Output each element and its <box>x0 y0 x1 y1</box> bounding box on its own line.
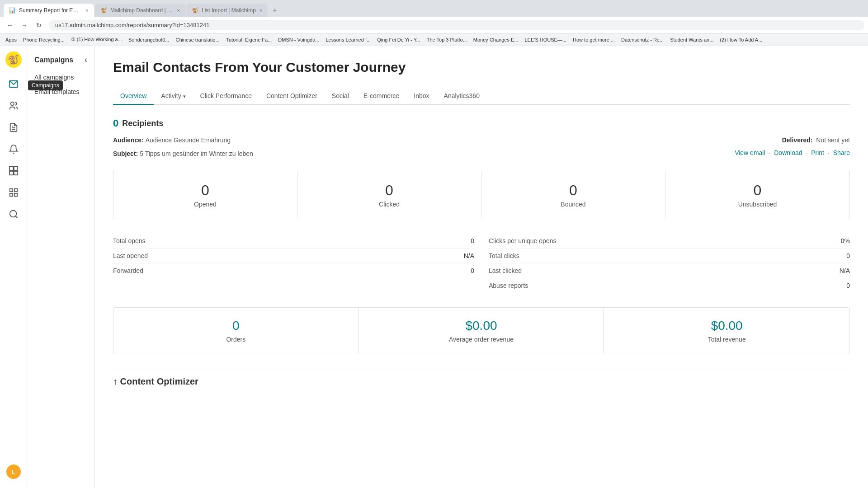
bookmark-8[interactable]: Qing Fei De Yi - Y... <box>375 36 422 43</box>
back-button[interactable]: ← <box>4 19 16 32</box>
tab-activity[interactable]: Activity ▾ <box>154 88 193 105</box>
collapse-icon[interactable]: ‹ <box>85 55 87 65</box>
stat-unsubscribed-label: Unsubscribed <box>673 201 842 208</box>
new-tab-button[interactable]: + <box>269 4 281 17</box>
meta-links: View email · Download · Print · Share <box>735 149 850 156</box>
tab-label-2: Mailchimp Dashboard | Mailch... <box>110 7 174 14</box>
orders-label: Orders <box>121 336 351 343</box>
sidebar-icon-integrations[interactable] <box>5 162 23 180</box>
orders-number: 0 <box>121 319 351 333</box>
clicks-per-unique-row: Clicks per unique opens 0% <box>489 234 850 249</box>
share-link[interactable]: Share <box>833 149 850 156</box>
svg-line-13 <box>15 216 17 218</box>
mailchimp-logo[interactable]: 🐒 <box>5 52 22 68</box>
forward-button[interactable]: → <box>18 19 31 32</box>
sidebar-icon-reports[interactable] <box>5 118 23 136</box>
tab-analytics360[interactable]: Analytics360 <box>437 88 487 105</box>
bookmark-4[interactable]: Chinese translatio... <box>174 36 221 43</box>
tabs-navigation: Overview Activity ▾ Click Performance Co… <box>113 88 850 105</box>
tab-overview[interactable]: Overview <box>113 88 154 105</box>
bookmark-10[interactable]: Money Changes E... <box>472 36 520 43</box>
svg-rect-4 <box>9 167 13 170</box>
avg-revenue-number: $0.00 <box>366 319 597 333</box>
stat-clicked: 0 Clicked <box>297 171 481 219</box>
total-revenue-label: Total revenue <box>611 336 842 343</box>
svg-rect-10 <box>14 193 17 196</box>
url-bar[interactable]: us17.admin.mailchimp.com/reports/summary… <box>49 20 864 30</box>
bookmark-6[interactable]: DMSN - Voingda... <box>276 36 321 43</box>
sidebar-icon-search[interactable] <box>5 205 23 223</box>
stat-opened-label: Opened <box>121 201 290 208</box>
browser-chrome: 📊 Summary Report for Email co... × 🐒 Mai… <box>0 0 868 46</box>
tab-inbox[interactable]: Inbox <box>406 88 436 105</box>
reload-button[interactable]: ↻ <box>33 19 45 32</box>
avg-revenue-label: Average order revenue <box>366 336 597 343</box>
svg-rect-5 <box>14 167 17 170</box>
bookmark-12[interactable]: How to get more ... <box>571 36 617 43</box>
bookmark-5[interactable]: Tutorial: Eigene Fa... <box>224 36 274 43</box>
revenue-total: $0.00 Total revenue <box>604 308 849 354</box>
download-link[interactable]: Download <box>774 149 802 156</box>
details-section: Total opens 0 Last opened N/A Forwarded … <box>113 234 850 293</box>
tab-close-1[interactable]: × <box>86 8 89 13</box>
meta-left: Audience: Audience Gesunde Ernährung Sub… <box>113 136 253 160</box>
sidebar-icon-content[interactable] <box>5 183 23 202</box>
tab-close-2[interactable]: × <box>177 8 180 13</box>
total-opens-value: 0 <box>471 237 474 244</box>
audience-label: Audience: <box>113 136 144 144</box>
bookmark-11[interactable]: LEE'S HOUSE—... <box>523 36 568 43</box>
tab-e-commerce[interactable]: E-commerce <box>356 88 406 105</box>
bookmark-9[interactable]: The Top 3 Platfo... <box>425 36 469 43</box>
sidebar-icon-campaigns[interactable] <box>5 75 23 93</box>
view-email-link[interactable]: View email <box>735 149 765 156</box>
print-link[interactable]: Print <box>811 149 824 156</box>
meta-block: Audience: Audience Gesunde Ernährung Sub… <box>113 136 850 160</box>
bookmark-7[interactable]: Lessons Learned f... <box>324 36 373 43</box>
last-clicked-value: N/A <box>840 267 850 274</box>
svg-point-1 <box>10 102 14 105</box>
main-wrapper: 🐒 L Campaigns ‹ <box>0 46 868 488</box>
bookmark-3[interactable]: Sonderangebot0... <box>127 36 171 43</box>
last-clicked-row: Last clicked N/A <box>489 263 850 278</box>
tab-content-optimizer[interactable]: Content Optimizer <box>259 88 325 105</box>
tab-favicon-3: 🐒 <box>192 7 198 14</box>
tab-label-3: List Import | Mailchimp <box>202 7 256 14</box>
tab-favicon-2: 🐒 <box>100 7 107 14</box>
bookmark-13[interactable]: Datenschutz - Re... <box>619 36 665 43</box>
tab-bar: 📊 Summary Report for Email co... × 🐒 Mai… <box>0 0 868 17</box>
svg-rect-8 <box>9 189 12 192</box>
page-title: Email Contacts From Your Customer Journe… <box>113 60 850 75</box>
forwarded-row: Forwarded 0 <box>113 263 474 278</box>
abuse-reports-value: 0 <box>846 282 850 289</box>
bookmark-apps[interactable]: Apps <box>4 36 19 43</box>
tab-close-3[interactable]: × <box>259 8 262 13</box>
tab-label-1: Summary Report for Email co... <box>19 7 82 14</box>
bookmark-14[interactable]: Student Wants an... <box>668 36 715 43</box>
stat-bounced: 0 Bounced <box>481 171 665 219</box>
meta-right-block: Delivered: Not sent yet View email · Dow… <box>735 136 850 160</box>
delivered-label: Delivered: <box>782 136 813 144</box>
stat-bounced-number: 0 <box>489 182 658 199</box>
svg-rect-11 <box>9 193 12 196</box>
revenue-grid: 0 Orders $0.00 Average order revenue $0.… <box>113 307 850 354</box>
bookmark-15[interactable]: (2) How To Add A... <box>718 36 764 43</box>
sidebar-icon-automations[interactable] <box>5 140 23 158</box>
sidebar-icon-audience[interactable] <box>5 97 23 115</box>
tab-2[interactable]: 🐒 Mailchimp Dashboard | Mailch... × <box>95 4 185 17</box>
bookmark-1[interactable]: Phone Recycling... <box>21 36 66 43</box>
stat-clicked-number: 0 <box>305 182 474 199</box>
stat-bounced-label: Bounced <box>489 201 658 208</box>
tab-3[interactable]: 🐒 List Import | Mailchimp × <box>186 4 268 17</box>
bookmark-2[interactable]: ① (1) How Working a... <box>69 36 124 43</box>
tab-social[interactable]: Social <box>325 88 356 105</box>
content-optimizer-section: ↑ Content Optimizer <box>113 369 850 387</box>
tab-active[interactable]: 📊 Summary Report for Email co... × <box>4 4 94 17</box>
clicks-per-unique-value: 0% <box>841 237 850 244</box>
delivered-row: Delivered: Not sent yet <box>735 136 850 144</box>
user-avatar[interactable]: L <box>6 465 21 479</box>
svg-rect-6 <box>14 171 17 175</box>
revenue-avg: $0.00 Average order revenue <box>359 308 604 354</box>
tab-click-performance[interactable]: Click Performance <box>193 88 259 105</box>
total-opens-key: Total opens <box>113 237 146 244</box>
delivered-value: Not sent yet <box>816 136 850 144</box>
